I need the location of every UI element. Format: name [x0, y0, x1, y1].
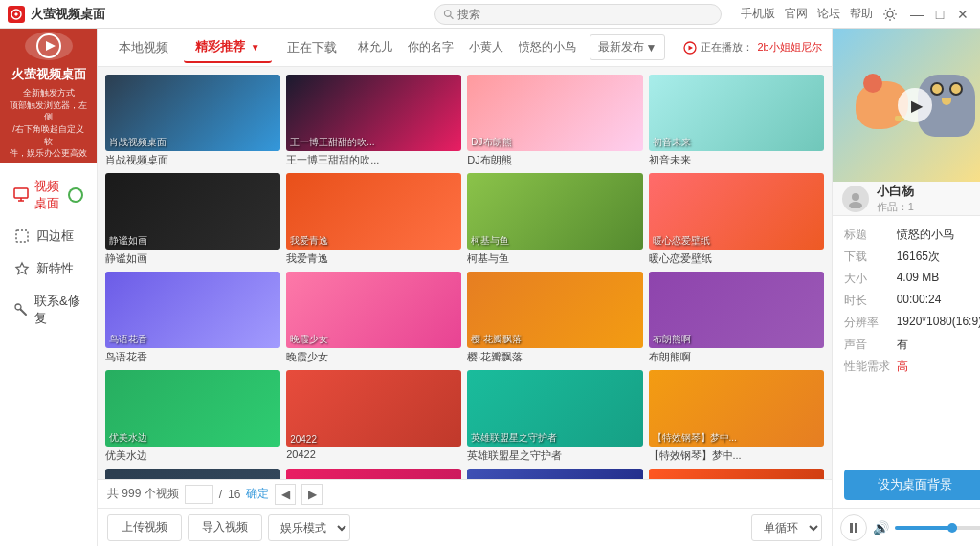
- video-thumbnail: 静谧如画: [105, 173, 280, 250]
- video-item[interactable]: 布朗熊啊 布朗熊啊: [649, 272, 824, 364]
- author-works: 作品：1: [877, 200, 980, 214]
- nav-official[interactable]: 官网: [785, 6, 808, 22]
- set-wallpaper-btn[interactable]: 设为桌面背景: [844, 470, 980, 500]
- play-circle-icon: [683, 41, 697, 55]
- video-thumbnail: 初音未来: [649, 75, 824, 151]
- wrench-icon: [13, 301, 29, 318]
- video-item[interactable]: 优美水边 优美水边: [105, 370, 280, 463]
- video-item[interactable]: 暖心恋爱壁纸 暖心恋爱壁纸: [649, 173, 824, 266]
- svg-marker-10: [16, 263, 28, 274]
- nav-help[interactable]: 帮助: [850, 6, 873, 22]
- sidebar-item-video-desktop[interactable]: 视频桌面: [0, 170, 97, 220]
- nav-mobile[interactable]: 手机版: [741, 6, 775, 22]
- tag-3[interactable]: 愤怒的小鸟: [513, 37, 582, 57]
- nav-forum[interactable]: 论坛: [817, 6, 840, 22]
- video-item[interactable]: 柯基与鱼 柯基与鱼: [467, 173, 642, 266]
- video-item[interactable]: DJ布朗熊 DJ布朗熊: [467, 75, 642, 167]
- volume-icon[interactable]: 🔊: [873, 520, 889, 535]
- video-thumb-title: 20422: [290, 434, 457, 445]
- tab-downloading[interactable]: 正在下载: [276, 33, 348, 62]
- download-value: 16165次: [897, 249, 940, 265]
- video-desktop-toggle[interactable]: [68, 187, 83, 203]
- sidebar-item-repair[interactable]: 联系&修复: [0, 285, 97, 335]
- tabbar: 本地视频 精彩推荐 ▼ 正在下载 林允儿 你的名字 小黄人 愤怒的小鸟 初音 最…: [98, 29, 832, 67]
- search-bar[interactable]: [434, 4, 722, 25]
- import-btn[interactable]: 导入视频: [188, 514, 262, 541]
- video-item[interactable]: [467, 469, 642, 479]
- video-item[interactable]: [105, 469, 280, 479]
- audio-label: 声音: [844, 337, 897, 353]
- prev-page-btn[interactable]: ◀: [275, 484, 296, 505]
- settings-icon[interactable]: [882, 7, 898, 22]
- video-thumb-title: 晚霞少女: [290, 333, 457, 346]
- search-input[interactable]: [457, 8, 713, 21]
- video-item[interactable]: 【特效钢琴】梦中... 【特效钢琴】梦中...: [649, 370, 824, 463]
- pause-btn[interactable]: [840, 514, 867, 541]
- tag-2[interactable]: 小黄人: [463, 37, 509, 57]
- video-title-text: 晚霞少女: [286, 350, 461, 364]
- video-item[interactable]: 王一博王甜甜的吹... 王一博王甜甜的吹...: [286, 75, 461, 167]
- titlebar: 火萤视频桌面 手机版 官网 论坛 帮助 — □ ✕: [0, 0, 980, 29]
- play-overlay-btn[interactable]: ▶: [898, 88, 932, 122]
- video-item[interactable]: 樱·花瓣飘落 樱·花瓣飘落: [467, 272, 642, 364]
- video-item[interactable]: 我爱青逸 我爱青逸: [286, 173, 461, 266]
- app-title: 火萤视频桌面: [31, 6, 415, 23]
- video-thumbnail: 王一博王甜甜的吹...: [286, 75, 461, 151]
- video-title-text: 优美水边: [105, 448, 280, 463]
- video-item[interactable]: 英雄联盟星之守护者 英雄联盟星之守护者: [467, 370, 642, 463]
- minimize-btn[interactable]: —: [907, 5, 926, 24]
- page-input[interactable]: 1: [185, 485, 213, 504]
- page-separator: /: [219, 488, 222, 501]
- video-item[interactable]: 静谧如画 静谧如画: [105, 173, 280, 266]
- author-bar: 小白杨 作品：1: [833, 182, 980, 216]
- video-item[interactable]: 初音未来 初音未来: [649, 75, 824, 167]
- volume-slider[interactable]: [895, 526, 980, 530]
- sidebar-item-border[interactable]: 四边框: [0, 220, 97, 252]
- info-row-perf: 性能需求 高: [844, 356, 980, 378]
- loop-select[interactable]: 单循环: [751, 514, 822, 541]
- tab-local[interactable]: 本地视频: [107, 33, 180, 62]
- video-item[interactable]: 鸟语花香 鸟语花香: [105, 272, 280, 364]
- video-title-text: 樱·花瓣飘落: [467, 350, 642, 364]
- video-item[interactable]: 肖战视频桌面 肖战视频桌面: [105, 75, 280, 167]
- title-label: 标题: [844, 227, 897, 243]
- mode-select[interactable]: 娱乐模式: [268, 514, 350, 541]
- sort-dropdown[interactable]: 最新发布 ▼: [590, 34, 666, 60]
- video-thumbnail: 布朗熊啊: [649, 272, 824, 348]
- download-label: 下载: [844, 249, 897, 265]
- video-item[interactable]: [649, 469, 824, 479]
- video-title-text: 柯基与鱼: [467, 251, 642, 266]
- tab-featured[interactable]: 精彩推荐 ▼: [184, 33, 272, 63]
- video-thumb-title: 王一博王甜甜的吹...: [290, 136, 457, 149]
- video-thumbnail: DJ布朗熊: [467, 75, 642, 151]
- video-item[interactable]: 20422 20422: [286, 370, 461, 463]
- video-title-text: 布朗熊啊: [649, 350, 824, 364]
- pagination-bar: 共 999 个视频 1 / 16 确定 ◀ ▶: [98, 479, 832, 508]
- svg-line-12: [21, 310, 27, 316]
- size-value: 4.09 MB: [897, 271, 940, 287]
- video-item[interactable]: [286, 469, 461, 479]
- titlebar-nav: 手机版 官网 论坛 帮助: [741, 6, 898, 22]
- total-count: 共 999 个视频: [107, 486, 179, 502]
- duration-value: 00:00:24: [897, 293, 942, 309]
- video-thumbnail: [105, 469, 280, 479]
- tag-0[interactable]: 林允儿: [352, 37, 398, 57]
- next-page-btn[interactable]: ▶: [301, 484, 323, 505]
- maximize-btn[interactable]: □: [930, 5, 949, 24]
- svg-rect-18: [855, 523, 858, 533]
- confirm-btn[interactable]: 确定: [246, 486, 269, 502]
- author-avatar: [842, 186, 869, 212]
- video-thumbnail: 鸟语花香: [105, 272, 280, 348]
- video-thumbnail: 英雄联盟星之守护者: [467, 370, 642, 447]
- video-item[interactable]: 晚霞少女 晚霞少女: [286, 272, 461, 364]
- svg-rect-17: [850, 523, 853, 533]
- video-title-text: 初音未来: [649, 153, 824, 167]
- sidebar-logo-text: 火萤视频桌面: [11, 66, 86, 83]
- sidebar-item-new-features[interactable]: 新特性: [0, 252, 97, 285]
- upload-btn[interactable]: 上传视频: [107, 514, 182, 541]
- resolution-value: 1920*1080(16:9): [897, 315, 980, 331]
- tag-1[interactable]: 你的名字: [402, 37, 459, 57]
- video-thumbnail: 樱·花瓣飘落: [467, 272, 642, 348]
- video-title-text: 静谧如画: [105, 251, 280, 266]
- close-btn[interactable]: ✕: [953, 5, 972, 24]
